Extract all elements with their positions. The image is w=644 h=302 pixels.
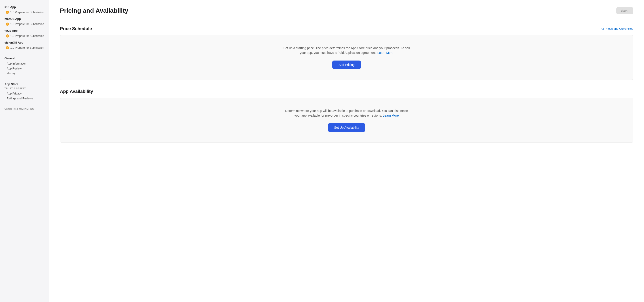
sidebar-macos-submission-label: 1.0 Prepare for Submission (10, 22, 44, 26)
save-button[interactable]: Save (616, 7, 633, 14)
divider-1 (4, 53, 44, 54)
app-availability-box: Determine where your app will be availab… (60, 98, 633, 143)
sidebar-section-tvos: tvOS App ! 1.0 Prepare for Submission (0, 29, 49, 38)
warning-icon-tvos: ! (6, 34, 9, 38)
sidebar-item-visionos-submission[interactable]: ! 1.0 Prepare for Submission (4, 46, 44, 50)
sidebar-visionos-label: visionOS App (4, 41, 44, 44)
sidebar-item-history[interactable]: History (0, 71, 49, 76)
sidebar-item-tvos-submission[interactable]: ! 1.0 Prepare for Submission (4, 34, 44, 38)
bottom-divider (60, 152, 633, 152)
sidebar: iOS App ! 1.0 Prepare for Submission mac… (0, 0, 49, 302)
page-header: Pricing and Availability Save (60, 7, 633, 14)
all-prices-link[interactable]: All Prices and Currencies (601, 27, 633, 30)
sidebar-appstore-label: App Store (0, 82, 49, 86)
sidebar-section-visionos: visionOS App ! 1.0 Prepare for Submissio… (0, 41, 49, 50)
sidebar-item-ratings-reviews[interactable]: Ratings and Reviews (0, 96, 49, 101)
sidebar-item-app-review[interactable]: App Review (0, 66, 49, 71)
sidebar-ios-label: iOS App (4, 5, 44, 9)
price-schedule-box: Set up a starting price. The price deter… (60, 35, 633, 80)
divider-3 (4, 104, 44, 104)
sidebar-item-app-privacy[interactable]: App Privacy (0, 91, 49, 96)
sidebar-tvos-submission-label: 1.0 Prepare for Submission (10, 34, 44, 38)
sidebar-item-macos-submission[interactable]: ! 1.0 Prepare for Submission (4, 22, 44, 26)
warning-icon-macos: ! (6, 22, 9, 26)
app-availability-title: App Availability (60, 89, 93, 94)
availability-learn-more-link[interactable]: Learn More (383, 114, 399, 117)
price-schedule-header: Price Schedule All Prices and Currencies (60, 26, 633, 31)
price-schedule-title: Price Schedule (60, 26, 92, 31)
sidebar-trust-safety-label: TRUST & SAFETY (0, 87, 49, 90)
warning-icon: ! (6, 11, 9, 14)
main-content: Pricing and Availability Save Price Sche… (49, 0, 644, 302)
price-learn-more-link[interactable]: Learn More (378, 51, 394, 54)
sidebar-general-label: General (0, 56, 49, 60)
app-availability-header: App Availability (60, 89, 633, 94)
sidebar-macos-label: macOS App (4, 17, 44, 20)
sidebar-item-app-information[interactable]: App Information (0, 61, 49, 66)
sidebar-visionos-submission-label: 1.0 Prepare for Submission (10, 46, 44, 49)
sidebar-section-macos: macOS App ! 1.0 Prepare for Submission (0, 17, 49, 26)
price-schedule-description: Set up a starting price. The price deter… (282, 46, 412, 55)
header-divider (60, 20, 633, 20)
app-availability-description: Determine where your app will be availab… (282, 108, 412, 118)
page-title: Pricing and Availability (60, 7, 128, 14)
sidebar-growth-marketing-label: GROWTH & MARKETING (0, 108, 49, 110)
setup-availability-button[interactable]: Set Up Availability (328, 123, 365, 132)
sidebar-section-ios: iOS App ! 1.0 Prepare for Submission (0, 5, 49, 14)
sidebar-item-ios-submission[interactable]: ! 1.0 Prepare for Submission (4, 10, 44, 14)
add-pricing-button[interactable]: Add Pricing (332, 60, 361, 69)
sidebar-tvos-label: tvOS App (4, 29, 44, 32)
divider-2 (4, 79, 44, 79)
sidebar-ios-submission-label: 1.0 Prepare for Submission (10, 11, 44, 14)
warning-icon-visionos: ! (6, 46, 9, 49)
